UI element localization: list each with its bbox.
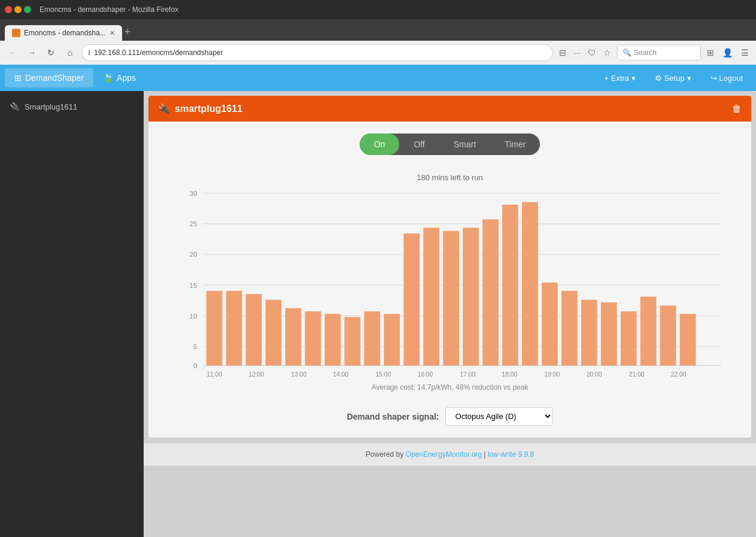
main-content: 🔌 Smartplug1611 🔌 smartplug1611 🗑 On (0, 91, 756, 537)
page-footer: Powered by OpenEnergyMonitor.org | low-w… (144, 442, 756, 466)
svg-text:30: 30 (190, 190, 198, 197)
footer-link-2[interactable]: low-write 9.9.8 (488, 450, 534, 459)
setup-button[interactable]: ⚙ Setup ▾ (646, 70, 700, 86)
mode-smart-button[interactable]: Smart (439, 134, 490, 155)
extra-button[interactable]: + Extra ▾ (596, 70, 644, 86)
star-icon[interactable]: ☆ (601, 45, 614, 60)
search-placeholder: Search (634, 48, 657, 57)
forward-button[interactable]: → (24, 45, 40, 60)
svg-text:12:00: 12:00 (248, 371, 264, 378)
back-button[interactable]: ← (5, 45, 20, 60)
bar-4 (266, 300, 282, 366)
menu-icon[interactable]: ··· (571, 45, 583, 60)
tab-close-button[interactable]: ✕ (110, 29, 115, 37)
nav-demand-shaper[interactable]: ⊞ DemandShaper (5, 68, 93, 87)
bar-11 (403, 233, 420, 366)
bar-5 (285, 308, 301, 366)
bar-20 (581, 300, 597, 366)
bar-9 (364, 311, 380, 366)
bar-7 (324, 314, 341, 365)
window-controls (5, 6, 31, 13)
mode-buttons: On Off Smart Timer (160, 134, 739, 155)
search-icon: 🔍 (623, 48, 631, 57)
bar-2 (226, 291, 242, 366)
svg-text:11:00: 11:00 (207, 371, 222, 378)
sidebar: 🔌 Smartplug1611 (0, 91, 144, 537)
delete-device-button[interactable]: 🗑 (732, 104, 742, 114)
demand-label: Demand shaper signal: (347, 412, 439, 421)
footer-text: Powered by (366, 450, 406, 459)
svg-text:16:00: 16:00 (417, 371, 433, 378)
mode-timer-button[interactable]: Timer (490, 134, 540, 155)
bar-13 (443, 231, 459, 366)
url-display: 192.168.0.111/emoncms/demandshaper (94, 48, 223, 57)
svg-text:5: 5 (193, 343, 197, 350)
browser-menu-icon[interactable]: ☰ (739, 45, 751, 60)
mode-on-button[interactable]: On (360, 134, 400, 155)
address-bar[interactable]: ℹ 192.168.0.111/emoncms/demandshaper (81, 44, 553, 61)
chart-container: 180 mins left to run 0 (160, 167, 739, 398)
refresh-button[interactable]: ↻ (43, 45, 59, 60)
svg-text:14:00: 14:00 (333, 371, 348, 378)
browser-tab-active[interactable]: Emoncms - demandsha... ✕ (5, 25, 122, 41)
setup-label: ⚙ Setup (655, 74, 685, 83)
bookmark-icon[interactable]: ⊟ (557, 45, 569, 60)
sidebar-item-label: Smartplug1611 (25, 102, 77, 111)
logout-label: ↪ Logout (711, 74, 743, 83)
svg-text:10: 10 (190, 313, 198, 320)
mode-off-button[interactable]: Off (399, 134, 439, 155)
maximize-window-button[interactable] (24, 6, 31, 13)
svg-text:18:00: 18:00 (502, 371, 518, 378)
browser-toolbar: ← → ↻ ⌂ ℹ 192.168.0.111/emoncms/demandsh… (0, 41, 756, 65)
bar-24 (660, 305, 676, 365)
bar-18 (542, 283, 558, 366)
bar-16 (502, 205, 518, 366)
minimize-window-button[interactable] (14, 6, 22, 13)
close-window-button[interactable] (5, 6, 12, 13)
apps-label: Apps (117, 73, 136, 83)
chart-info: 180 mins left to run (172, 173, 727, 182)
toolbar-actions: ⊟ ··· 🛡 ☆ (557, 45, 614, 60)
bar-14 (463, 227, 479, 365)
sidebar-item-smartplug[interactable]: 🔌 Smartplug1611 (0, 96, 144, 117)
device-card: 🔌 smartplug1611 🗑 On Off Smart Timer (148, 96, 751, 438)
device-name: smartplug1611 (175, 104, 242, 114)
logout-button[interactable]: ↪ Logout (702, 70, 751, 86)
app-nav: ⊞ DemandShaper 🍃 Apps + Extra ▾ ⚙ Setup … (0, 65, 756, 91)
bar-8 (344, 317, 360, 366)
demand-row: Demand shaper signal: Octopus Agile (D) … (160, 407, 739, 426)
bar-3 (246, 294, 262, 365)
demand-shaper-label: DemandShaper (25, 73, 84, 83)
tab-bar: Emoncms - demandsha... ✕ + (0, 19, 756, 41)
new-tab-button[interactable]: + (125, 26, 131, 38)
bar-12 (423, 227, 439, 365)
bar-21 (601, 302, 617, 366)
nav-apps[interactable]: 🍃 Apps (93, 68, 145, 87)
lock-icon: ℹ (88, 49, 90, 57)
tab-label: Emoncms - demandsha... (24, 29, 106, 37)
svg-text:19:00: 19:00 (545, 371, 560, 378)
apps-icon: 🍃 (103, 73, 113, 83)
content-area: 🔌 smartplug1611 🗑 On Off Smart Timer (144, 91, 756, 537)
extensions-icon[interactable]: ⊞ (705, 45, 716, 60)
setup-caret: ▾ (687, 74, 691, 83)
home-button[interactable]: ⌂ (62, 45, 78, 60)
svg-text:0: 0 (193, 362, 197, 369)
search-box[interactable]: 🔍 Search (617, 45, 701, 60)
svg-text:17:00: 17:00 (460, 371, 475, 378)
profile-icon[interactable]: 👤 (720, 45, 735, 60)
svg-text:15: 15 (190, 281, 198, 289)
device-body: On Off Smart Timer 180 mins left to run (148, 122, 751, 438)
svg-text:25: 25 (190, 220, 198, 227)
footer-link-1[interactable]: OpenEnergyMonitor.org (406, 450, 482, 459)
bar-1 (207, 291, 223, 366)
shield-icon[interactable]: 🛡 (585, 45, 599, 60)
chart-footer: Average cost: 14.7p/kWh, 48% reduction v… (172, 383, 727, 392)
extra-caret: ▾ (631, 74, 636, 83)
browser-title: Emoncms - demandshaper - Mozilla Firefox (40, 5, 178, 14)
demand-signal-select[interactable]: Octopus Agile (D) Carbon Intensity Grid … (445, 407, 553, 426)
bar-6 (305, 311, 321, 366)
extra-label: + Extra (604, 74, 629, 83)
nav-right: + Extra ▾ ⚙ Setup ▾ ↪ Logout (596, 70, 751, 86)
svg-text:13:00: 13:00 (291, 371, 306, 378)
